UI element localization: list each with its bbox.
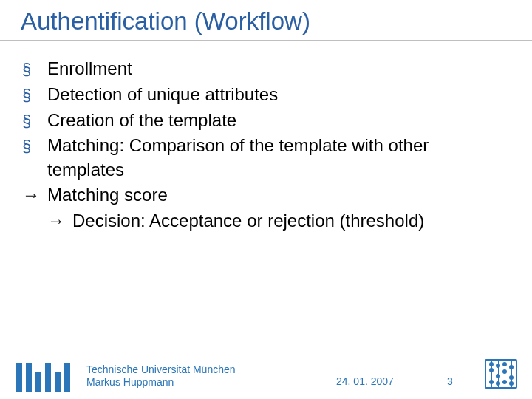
list-item: § Matching: Comparison of the template w… [22,134,510,182]
bullet-icon: § [22,137,31,155]
footer-org: Technische Universität München [86,364,236,377]
bullet-text: Creation of the template [47,109,510,132]
tum-logo-icon [16,360,70,392]
arrow-right-icon: → [47,211,65,231]
bullet-icon: § [22,60,31,78]
slide-body: § Enrollment § Detection of unique attri… [0,41,532,233]
bullet-icon: § [22,86,31,104]
arrow-text: Decision: Acceptance or rejection (thres… [72,209,510,233]
list-item: § Creation of the template [22,109,510,133]
arrow-item: → Matching score [22,183,510,207]
bullet-text: Matching: Comparison of the template wit… [47,134,510,182]
arrow-item: → Decision: Acceptance or rejection (thr… [47,209,510,233]
slide-title: Authentification (Workflow) [0,0,532,41]
footer-page: 3 [447,375,453,387]
footer: Technische Universität München Markus Hu… [0,353,532,399]
arrow-text: Matching score [47,183,510,207]
list-item: § Detection of unique attributes [22,83,510,107]
abacus-icon [485,359,517,389]
bullet-icon: § [22,112,31,130]
bullet-text: Detection of unique attributes [47,83,510,106]
bullet-text: Enrollment [47,57,510,81]
slide: Authentification (Workflow) § Enrollment… [0,0,532,399]
footer-text: Technische Universität München Markus Hu… [86,364,236,389]
footer-date: 24. 01. 2007 [336,375,394,387]
arrow-right-icon: → [22,185,40,205]
list-item: § Enrollment [22,57,510,81]
footer-author: Markus Huppmann [86,376,236,389]
